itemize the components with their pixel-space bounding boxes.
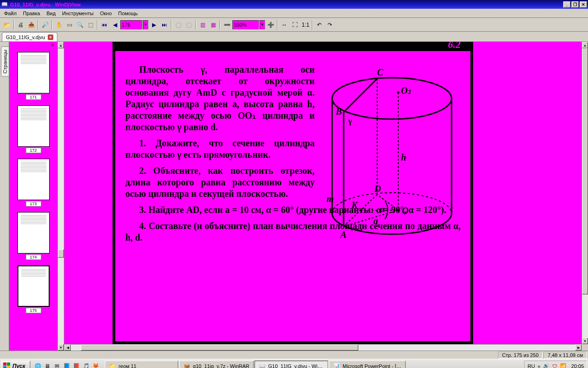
menu-window[interactable]: Окно <box>97 10 115 17</box>
print-button[interactable]: 🖨 <box>16 20 26 30</box>
zoom-out-button[interactable]: ➖ <box>222 20 232 30</box>
tray-network-icon[interactable]: 📶 <box>560 363 566 368</box>
taskbar: Пуск 🌐 🖥 ✉ 📘 📕 🎵 🦊 📁геом 11 📦g10_11ig_v.… <box>0 359 588 368</box>
section-number: 6.2 <box>438 42 470 51</box>
thumbnail[interactable]: 173 <box>16 159 51 209</box>
nav-back-button[interactable]: ◯ <box>173 20 183 30</box>
zoom-input[interactable] <box>232 20 259 29</box>
thumbnails-panel: ✲ × 171 172 173 174 175 ▲ ▼ <box>9 42 64 351</box>
menu-help[interactable]: Помощь <box>115 10 141 17</box>
powerpoint-icon: 📊 <box>333 362 340 368</box>
last-page-button[interactable]: ⏭ <box>159 20 170 30</box>
start-button[interactable]: Пуск <box>1 361 30 368</box>
desktop-icon[interactable]: 🖥 <box>43 361 52 368</box>
page-number-input[interactable] <box>120 20 142 29</box>
scroll-thumb[interactable] <box>81 345 358 351</box>
app3-icon[interactable]: 🎵 <box>81 361 90 368</box>
tray-shield-icon[interactable]: 🛡 <box>552 363 557 368</box>
page-dropdown[interactable]: ▼ <box>143 20 148 29</box>
app1-icon[interactable]: 📘 <box>62 361 71 368</box>
select-tool-button[interactable]: ▭ <box>64 20 74 30</box>
cylinder-figure: C O₁ B γ h D m K α O a A <box>323 64 461 246</box>
toolbar: 📂 🖨 📤 🔎 ✋ ▭ 🔍 ⬚ ⏮ ◀ ▼ ▶ ⏭ ◯ ◯ ▥ ▦ ➖ ▼ ➕ … <box>0 18 588 32</box>
app2-icon[interactable]: 📕 <box>72 361 81 368</box>
document-tab-close[interactable]: × <box>48 34 53 40</box>
menu-file[interactable]: Файл <box>1 10 20 17</box>
hand-tool-button[interactable]: ✋ <box>54 20 64 30</box>
thumbnail[interactable]: 175 <box>16 265 51 316</box>
windows-flag-icon <box>3 362 11 368</box>
scroll-left-button[interactable]: ◀ <box>64 345 71 351</box>
scroll-down-button[interactable]: ▼ <box>582 338 588 344</box>
workspace: Страницы ✲ × 171 172 173 174 175 ▲ ▼ 6.2… <box>0 42 588 351</box>
tray-chevron-icon[interactable]: « <box>537 363 540 368</box>
thumbnails-scrollbar[interactable]: ▲ ▼ <box>57 42 64 351</box>
clock[interactable]: 20:05 <box>571 363 584 368</box>
nav-forward-button[interactable]: ◯ <box>184 20 194 30</box>
maximize-button[interactable]: ❐ <box>571 1 579 8</box>
svg-text:O: O <box>402 206 408 216</box>
scroll-thumb[interactable] <box>58 249 64 258</box>
thumbnail-label: 173 <box>26 201 41 207</box>
task-folder[interactable]: 📁геом 11 <box>105 361 178 368</box>
app4-icon[interactable]: 🦊 <box>91 361 100 368</box>
thumbnail[interactable]: 172 <box>16 105 51 156</box>
svg-point-25 <box>360 209 362 211</box>
svg-point-4 <box>397 92 400 94</box>
marquee-zoom-button[interactable]: ⬚ <box>85 20 96 30</box>
menu-view[interactable]: Вид <box>43 10 59 17</box>
viewer-vscroll[interactable]: ▲ ▼ <box>582 42 588 344</box>
document-tab[interactable]: G10_11IG_v.djvu × <box>2 32 57 41</box>
scroll-down-button[interactable]: ▼ <box>58 344 64 351</box>
thumbnail[interactable]: 171 <box>16 52 51 103</box>
svg-text:α: α <box>380 205 384 214</box>
svg-text:O₁: O₁ <box>401 86 411 96</box>
menu-edit[interactable]: Правка <box>20 10 43 17</box>
status-page: Стр. 175 из 250 <box>498 351 543 359</box>
magnify-tool-button[interactable]: 🔍 <box>75 20 85 30</box>
next-page-button[interactable]: ▶ <box>149 20 159 30</box>
menu-bar: Файл Правка Вид Инструменты Окно Помощь <box>0 9 588 18</box>
open-button[interactable]: 📂 <box>2 20 12 30</box>
svg-text:h: h <box>401 152 406 162</box>
svg-text:m: m <box>327 194 334 204</box>
minimize-button[interactable]: _ <box>563 1 571 8</box>
scroll-right-button[interactable]: ▶ <box>575 345 582 351</box>
language-indicator[interactable]: RU <box>527 363 535 368</box>
fit-width-button[interactable]: ↔ <box>279 20 289 30</box>
page-content: 6.2 Плоскость γ, параллельная оси цилинд… <box>113 42 473 344</box>
rotate-right-button[interactable]: ↷ <box>325 20 335 30</box>
ie-icon[interactable]: 🌐 <box>33 361 42 368</box>
tray-volume-icon[interactable]: 🔊 <box>543 363 549 368</box>
viewer-hscroll[interactable]: ◀ ▶ <box>64 344 582 351</box>
export-button[interactable]: 📤 <box>26 20 36 30</box>
svg-text:C: C <box>377 67 384 77</box>
task-winrar[interactable]: 📦g10_11ig_v.7z - WinRAR <box>179 361 254 368</box>
find-button[interactable]: 🔎 <box>40 20 50 30</box>
scroll-up-button[interactable]: ▲ <box>582 42 588 48</box>
fit-page-button[interactable]: ⛶ <box>290 20 300 30</box>
actual-size-button[interactable]: 1:1 <box>300 20 311 30</box>
first-page-button[interactable]: ⏮ <box>99 20 109 30</box>
start-label: Пуск <box>12 363 25 368</box>
continuous-button[interactable]: ▥ <box>198 20 208 30</box>
page-viewer[interactable]: 6.2 Плоскость γ, параллельная оси цилинд… <box>64 42 588 351</box>
prev-page-button[interactable]: ◀ <box>110 20 120 30</box>
mail-icon[interactable]: ✉ <box>52 361 62 368</box>
status-size: 7,48 x 11,09 см <box>543 351 587 359</box>
rotate-left-button[interactable]: ↶ <box>314 20 324 30</box>
task-windjvu[interactable]: 📖G10_11IG_v.djvu - Wi… <box>254 361 328 368</box>
scroll-thumb[interactable] <box>582 48 588 294</box>
scroll-up-button[interactable]: ▲ <box>58 42 64 48</box>
menu-tools[interactable]: Инструменты <box>59 10 97 17</box>
facing-button[interactable]: ▦ <box>208 20 218 30</box>
zoom-dropdown[interactable]: ▼ <box>260 20 265 29</box>
task-powerpoint[interactable]: 📊Microsoft PowerPoint - [… <box>329 361 406 368</box>
zoom-in-button[interactable]: ➕ <box>266 20 276 30</box>
paragraph: Плоскость γ, параллельная оси цилиндра, … <box>125 64 315 133</box>
side-tab-pages[interactable]: Страницы <box>1 46 9 77</box>
thumbnail[interactable]: 174 <box>16 212 51 263</box>
close-button[interactable]: ✕ <box>580 1 587 8</box>
gear-icon[interactable]: ✲ <box>51 43 55 47</box>
thumbnail-label: 172 <box>26 148 41 153</box>
